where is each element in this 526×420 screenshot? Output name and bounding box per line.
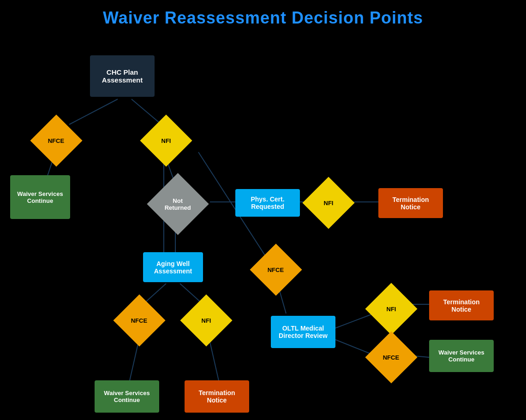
- waiver-top-node: Waiver ServicesContinue: [10, 175, 70, 219]
- nfce-top-diamond: NFCE: [38, 122, 75, 159]
- svg-line-0: [69, 99, 118, 124]
- svg-line-1: [132, 99, 161, 124]
- nfce-mid-diamond: NFCE: [257, 251, 294, 288]
- page-title: Waiver Reassessment Decision Points: [0, 8, 526, 28]
- nfce-aging-diamond: NFCE: [121, 302, 158, 339]
- nfce-oltl-diamond: NFCE: [373, 339, 410, 376]
- waiver-oltl-node: Waiver ServicesContinue: [429, 340, 494, 372]
- oltl-node: OLTL MedicalDirector Review: [271, 316, 335, 348]
- waiver-bottom-node: Waiver ServicesContinue: [95, 380, 159, 413]
- nfi-top-diamond: NFI: [148, 122, 185, 159]
- term-notice-2-node: TerminationNotice: [429, 290, 494, 320]
- chc-node: CHC PlanAssessment: [90, 55, 155, 97]
- diagram-container: Waiver Reassessment Decision Points: [0, 0, 526, 420]
- nfi-aging-diamond: NFI: [188, 302, 225, 339]
- nfi-oltl-diamond: NFI: [373, 290, 410, 327]
- phys-cert-node: Phys. Cert.Requested: [235, 189, 300, 217]
- not-returned-diamond: NotReturned: [156, 182, 200, 226]
- term-notice-1-node: TerminationNotice: [378, 188, 443, 218]
- term-notice-bottom-node: TerminationNotice: [185, 380, 249, 413]
- aging-well-node: Aging WellAssessment: [143, 252, 203, 282]
- nfi-phys-diamond: NFI: [310, 184, 347, 221]
